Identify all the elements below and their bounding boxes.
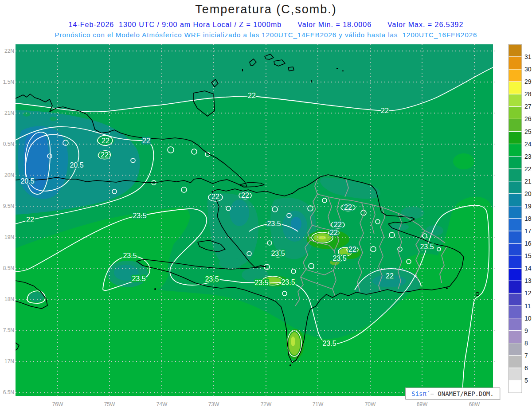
lat-tick-7.5N: 7.5N: [3, 327, 14, 333]
temperature-map-canvas: 22N1.5N21N0.5N20N9.5N19N8.5N18N7.5N17N6.…: [0, 0, 532, 411]
colorbar-tick-21: 21: [524, 178, 532, 185]
sispi-logo: Sisπ́: [411, 390, 426, 397]
contour-label-23p5: 23.5: [133, 212, 146, 219]
contour-label-22: 22: [334, 221, 342, 228]
colorbar-segment: [509, 119, 522, 131]
colorbar-tick-13: 13: [524, 277, 532, 284]
watermark-separator: −: [426, 390, 438, 397]
colorbar-tick-26: 26: [524, 115, 532, 122]
colorbar-tick-9: 9: [524, 327, 528, 334]
contour-label-22: 22: [142, 137, 150, 145]
colorbar-tick-8: 8: [524, 340, 528, 347]
lon-tick-69W: 69W: [417, 401, 428, 407]
valid-time-label: 14-Feb-2026 1300 UTC / 9:00 am Hora Loca…: [69, 21, 282, 29]
colorbar-segment: [509, 181, 522, 194]
contour-label-22: 22: [386, 272, 394, 280]
colorbar-tick-20: 20: [524, 190, 532, 197]
contour-label-22: 22: [101, 151, 109, 159]
colorbar-tick-6: 6: [524, 364, 528, 372]
lat-tick-18N: 18N: [4, 296, 14, 302]
colorbar-segment: [509, 281, 522, 293]
contour-label-22: 22: [211, 193, 219, 200]
colorbar-tick-18: 18: [524, 215, 532, 222]
contour-label-23p5: 23.5: [271, 250, 285, 257]
colorbar-segment: [509, 356, 522, 368]
colorbar-tick-22: 22: [524, 165, 532, 172]
contour-label-22: 22: [344, 204, 352, 211]
lon-tick-75W: 75W: [104, 401, 115, 407]
colorbar-tick-16: 16: [524, 240, 532, 247]
colorbar-tick-10: 10: [524, 315, 532, 322]
contour-label-23p5: 23.5: [254, 279, 268, 286]
lat-tick-6.5N: 6.5N: [3, 389, 14, 395]
contour-label-23p5: 23.5: [123, 252, 137, 259]
subtitle-model-info: Pronóstico con el Modelo Atmósferico WRF…: [0, 31, 532, 39]
colorbar-segment: [509, 169, 522, 181]
colorbar-tick-17: 17: [524, 227, 532, 235]
colorbar-tick-25: 25: [524, 128, 532, 135]
watermark-org: ONAMET/REP.DOM.: [438, 390, 493, 397]
colorbar-tick-7: 7: [524, 352, 528, 359]
colorbar-segment: [509, 231, 522, 243]
colorbar-tick-23: 23: [524, 153, 532, 160]
colorbar-segment: [509, 132, 522, 144]
subtitle-forecast-time: 14-Feb-2026 1300 UTC / 9:00 am Hora Loca…: [0, 21, 532, 29]
contour-label-22: 22: [348, 246, 356, 253]
lat-tick-1.5N: 1.5N: [3, 79, 14, 85]
colorbar-segment: [509, 157, 522, 169]
colorbar-segment: [509, 243, 522, 256]
contour-label-20p5: 20.5: [70, 161, 83, 169]
lon-tick-71W: 71W: [313, 401, 324, 407]
lon-tick-74W: 74W: [156, 401, 168, 407]
contour-label-23p5: 23.5: [132, 275, 145, 282]
colorbar-tick-11: 11: [524, 302, 531, 309]
lon-tick-73W: 73W: [208, 401, 219, 407]
contour-label-23p5: 23.5: [205, 275, 219, 283]
colorbar-tick-31: 31: [524, 53, 532, 60]
colorbar-segment: [509, 44, 522, 57]
colorbar-tick-5: 5: [524, 377, 528, 384]
contour-label-23p5: 23.5: [322, 340, 336, 347]
contour-label-22: 22: [381, 107, 389, 114]
lat-tick-0.5N: 0.5N: [3, 141, 14, 147]
contour-label-20p5: 20.5: [20, 177, 34, 185]
colorbar-segment: [509, 57, 522, 69]
lon-tick-76W: 76W: [52, 401, 63, 407]
colorbar-tick-28: 28: [524, 90, 532, 98]
weather-map-page: 22N1.5N21N0.5N20N9.5N19N8.5N18N7.5N17N6.…: [0, 0, 532, 411]
lat-tick-20N: 20N: [4, 172, 14, 178]
colorbar-segment: [509, 268, 522, 281]
colorbar-tick-24: 24: [524, 141, 532, 148]
colorbar-segment: [509, 144, 522, 157]
value-min-label: Valor Min. = 18.0006: [297, 21, 372, 29]
lon-tick-70W: 70W: [365, 401, 376, 407]
colorbar-segment: [509, 380, 522, 393]
lon-tick-72W: 72W: [261, 401, 272, 407]
colorbar-tick-27: 27: [524, 103, 532, 110]
lat-tick-17N: 17N: [4, 358, 14, 364]
lon-tick-68W: 68W: [469, 401, 480, 407]
contour-label-23p5: 23.5: [281, 278, 295, 286]
lat-tick-9.5N: 9.5N: [3, 203, 14, 209]
colorbar-tick-14: 14: [524, 265, 532, 272]
colorbar-segment: [509, 194, 522, 206]
colorbar-segment: [509, 256, 522, 268]
watermark-box: Sisπ́ − ONAMET/REP.DOM.: [405, 388, 500, 399]
value-max-label: Valor Max. = 26.5392: [387, 21, 463, 29]
colorbar-segment: [509, 69, 522, 82]
contour-label-23p5: 23.5: [267, 220, 281, 227]
colorbar-tick-29: 29: [524, 78, 532, 85]
contour-label-22: 22: [241, 192, 249, 199]
colorbar-segment: [509, 331, 522, 343]
colorbar-segment: [509, 306, 522, 318]
colorbar-tick-12: 12: [524, 290, 532, 297]
colorbar-segment: [509, 318, 522, 331]
contour-label-22: 22: [248, 92, 256, 99]
colorbar-tick-30: 30: [524, 66, 532, 73]
colorbar-segment: [509, 368, 522, 380]
lat-tick-22N: 22N: [4, 48, 14, 54]
colorbar-segment: [509, 343, 522, 356]
lat-tick-21N: 21N: [4, 110, 14, 116]
contour-label-23p5: 23.5: [420, 243, 434, 251]
colorbar-tick-19: 19: [524, 203, 532, 210]
